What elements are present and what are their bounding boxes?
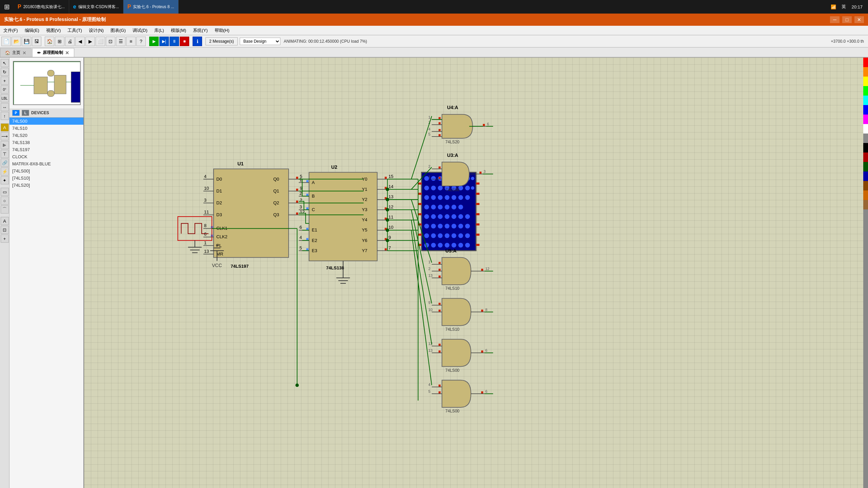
device-item-3[interactable]: 74LS138: [9, 139, 83, 146]
tab-schematic[interactable]: ✏ 原理图绘制 ✕: [32, 48, 74, 57]
home-button[interactable]: 🏠: [45, 37, 54, 46]
network-icon: 📶: [831, 4, 836, 9]
arc-tool[interactable]: ⌒: [1, 205, 9, 214]
svg-text:74LS138: 74LS138: [326, 265, 344, 270]
save-all-button[interactable]: 🖫: [32, 37, 41, 46]
probe-tool[interactable]: ✦: [1, 176, 9, 184]
tab-schematic-close[interactable]: ✕: [65, 50, 69, 56]
device-item-0[interactable]: 74LS00: [9, 118, 83, 125]
svg-point-157: [445, 205, 450, 209]
menu-help[interactable]: 帮助(H): [211, 26, 233, 35]
svg-rect-40: [296, 177, 298, 179]
up-tool[interactable]: ↑: [1, 112, 9, 120]
svg-point-132: [431, 176, 436, 181]
info-button[interactable]: ℹ: [193, 37, 202, 46]
tool1[interactable]: ⬜: [96, 37, 105, 46]
device-item-6[interactable]: MATRIX-8X8-BLUE: [9, 160, 83, 167]
maximize-button[interactable]: □: [842, 16, 852, 23]
minimize-button[interactable]: ─: [830, 16, 840, 23]
move-tool[interactable]: ↔: [1, 103, 9, 111]
svg-point-180: [465, 233, 470, 238]
bus-tool[interactable]: ⫸: [1, 141, 9, 149]
menu-file[interactable]: 文件(F): [0, 26, 21, 35]
menubar: 文件(F) 编辑(E) 视图(V) 工具(T) 设计(N) 图表(G) 调试(D…: [0, 26, 868, 35]
canvas-area[interactable]: U1 D0 4 D1 10 D2 3 D3 11: [84, 58, 868, 488]
devices-label: DEVICES: [31, 110, 49, 115]
start-button[interactable]: ⊞: [0, 0, 14, 14]
tool4[interactable]: ≡: [126, 37, 136, 46]
device-item-8[interactable]: [74LS10]: [9, 175, 83, 182]
svg-point-173: [465, 224, 470, 228]
device-item-1[interactable]: 74LS10: [9, 125, 83, 132]
play-button[interactable]: ▶: [149, 37, 159, 46]
redo-button[interactable]: ▶: [85, 37, 95, 46]
design-selector[interactable]: Base Design: [240, 38, 280, 45]
angle-input[interactable]: 0°: [1, 85, 9, 94]
rotate-tool[interactable]: ↻: [1, 68, 9, 76]
menu-template[interactable]: 模版(M): [167, 26, 190, 35]
tab-home-close[interactable]: ✕: [22, 50, 26, 56]
menu-view[interactable]: 视图(V): [43, 26, 64, 35]
taskbar-item-2[interactable]: P 实验七.6 - Proteus 8 ...: [123, 0, 179, 14]
close-button[interactable]: ✕: [854, 16, 864, 23]
svg-rect-72: [306, 180, 308, 182]
svg-text:9: 9: [389, 235, 391, 240]
menu-tools[interactable]: 工具(T): [64, 26, 85, 35]
svg-text:Q3: Q3: [273, 212, 279, 217]
sym-tool[interactable]: ⊡: [1, 226, 9, 234]
menu-system[interactable]: 系统(Y): [190, 26, 211, 35]
device-item-5[interactable]: CLOCK: [9, 153, 83, 160]
device-item-9[interactable]: [74LS20]: [9, 182, 83, 189]
svg-rect-4: [47, 70, 54, 76]
menu-debug[interactable]: 调试(D): [129, 26, 151, 35]
device-item-4[interactable]: 74LS197: [9, 146, 83, 153]
device-l-button[interactable]: L: [22, 110, 29, 116]
net-tool[interactable]: 🔗: [1, 159, 9, 167]
svg-point-153: [465, 195, 470, 200]
wire-tool[interactable]: ⟶: [1, 132, 9, 140]
tab-home[interactable]: 🏠 主页 ✕: [0, 48, 32, 57]
menu-graph[interactable]: 图表(G): [107, 26, 129, 35]
taskbar-item-1[interactable]: e 编辑文章-CSDN博客...: [69, 0, 123, 14]
svg-point-184: [445, 243, 450, 248]
stop-button[interactable]: ■: [180, 37, 189, 46]
device-item-2[interactable]: 74LS20: [9, 132, 83, 139]
print-button[interactable]: 🖨: [65, 37, 75, 46]
menu-library[interactable]: 库(L): [151, 26, 167, 35]
new-button[interactable]: 📄: [1, 37, 11, 46]
power-tool[interactable]: ⚡: [1, 167, 9, 176]
svg-text:11: 11: [389, 215, 394, 220]
menu-design[interactable]: 设计(N): [85, 26, 107, 35]
svg-text:3: 3: [484, 169, 486, 174]
sidebar: P L DEVICES 74LS00 74LS10 74LS20 74LS138…: [9, 58, 84, 488]
undo-button[interactable]: ◀: [75, 37, 85, 46]
svg-point-145: [465, 186, 470, 190]
device-item-7[interactable]: [74LS00]: [9, 167, 83, 175]
save-button[interactable]: 💾: [22, 37, 31, 46]
branch-tool[interactable]: ⊤: [1, 150, 9, 158]
tool2[interactable]: ⊡: [106, 37, 115, 46]
taskbar-item-0[interactable]: P 201803数电实验课七...: [14, 0, 69, 14]
svg-point-57: [295, 384, 299, 387]
step-button[interactable]: ▶|: [159, 37, 169, 46]
circle-tool[interactable]: ○: [1, 197, 9, 205]
svg-rect-188: [476, 183, 479, 185]
svg-text:4: 4: [204, 174, 206, 179]
device-p-button[interactable]: P: [12, 110, 20, 116]
select-tool[interactable]: ↖: [1, 59, 9, 67]
place-tool[interactable]: +: [1, 77, 9, 85]
menu-edit[interactable]: 编辑(E): [21, 26, 43, 35]
schematic-button[interactable]: ⊞: [55, 37, 64, 46]
add-tool[interactable]: +: [1, 235, 9, 243]
u5b-gate: 9 10 8 74LS10: [428, 298, 487, 331]
open-button[interactable]: 📂: [12, 37, 21, 46]
pause-button[interactable]: ⏸: [170, 37, 179, 46]
rect-tool[interactable]: ▭: [1, 188, 9, 196]
help-button[interactable]: ?: [136, 37, 146, 46]
tool-a[interactable]: A: [1, 123, 9, 131]
tool3[interactable]: ☰: [116, 37, 125, 46]
label-tool[interactable]: LBL: [1, 94, 9, 102]
preview-svg: [14, 62, 81, 105]
svg-text:D0: D0: [216, 177, 222, 182]
text-tool[interactable]: A: [1, 217, 9, 225]
